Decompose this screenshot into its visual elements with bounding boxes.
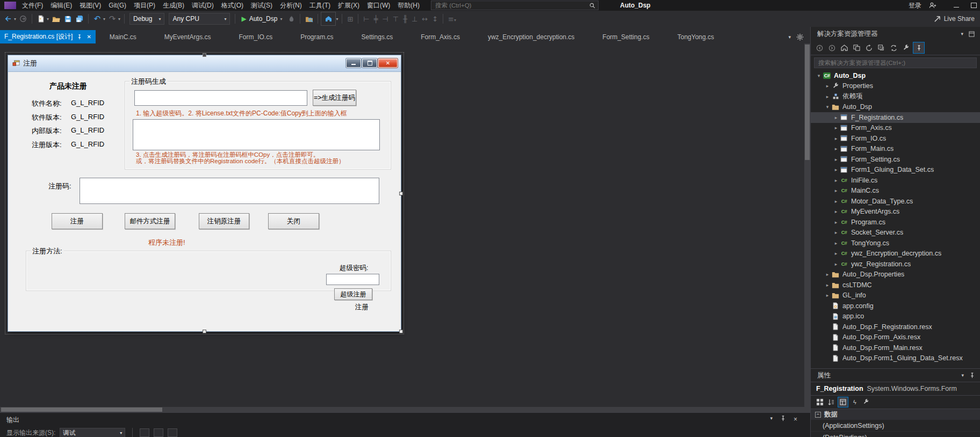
- tree-expander-icon[interactable]: ▸: [832, 241, 840, 246]
- se-preview-selected-icon[interactable]: [913, 42, 925, 54]
- output-options-dropdown[interactable]: ▾: [770, 416, 773, 423]
- toolbar-overflow-dropdown[interactable]: ▾: [336, 17, 338, 21]
- properties-view-icon[interactable]: [838, 397, 848, 407]
- tree-item-F_Registration.cs[interactable]: ▸F_Registration.cs: [811, 112, 980, 123]
- tab-Form_Axis.cs[interactable]: Form_Axis.cs: [407, 30, 474, 43]
- tree-item-GL_info[interactable]: ▸GL_info: [811, 290, 980, 301]
- resize-handle-bottom[interactable]: [203, 330, 206, 333]
- tab-Form_IO.cs[interactable]: Form_IO.cs: [225, 30, 286, 43]
- tree-item-Motor_Data_Type.cs[interactable]: ▸C#Motor_Data_Type.cs: [811, 196, 980, 207]
- resize-handle-right[interactable]: [399, 192, 403, 195]
- se-switch-views-icon[interactable]: [851, 42, 862, 53]
- wrap-output-icon[interactable]: [154, 428, 163, 437]
- solution-search[interactable]: [814, 57, 977, 68]
- output-close-icon[interactable]: ×: [794, 416, 797, 423]
- menu-item-11[interactable]: 扩展(X): [334, 0, 363, 11]
- menu-item-5[interactable]: 生成(B): [159, 0, 188, 11]
- menu-item-1[interactable]: 编辑(E): [47, 0, 76, 11]
- navigate-back-dropdown[interactable]: ▾: [14, 17, 16, 21]
- redo-button[interactable]: ↷: [106, 12, 118, 25]
- form-designer-surface[interactable]: 注册 ✕ 产品未注册 软件名称:G_L_RFID软件版本:G_L_RFID内部版…: [0, 43, 810, 412]
- menu-item-8[interactable]: 测试(S): [247, 0, 276, 11]
- se-properties-icon[interactable]: [900, 42, 911, 53]
- tree-expander-icon[interactable]: ▸: [832, 251, 840, 256]
- tree-item-Auto_Dsp.Form_Axis.resx[interactable]: Auto_Dsp.Form_Axis.resx: [811, 332, 980, 343]
- form-minimize-button[interactable]: [346, 59, 361, 68]
- tab-ywz_Encryption_decryption.cs[interactable]: ywz_Encryption_decryption.cs: [474, 30, 588, 43]
- tree-expander-icon[interactable]: ▸: [824, 282, 831, 288]
- se-refresh-icon[interactable]: [863, 42, 874, 53]
- navigate-back-button[interactable]: [2, 12, 14, 25]
- tree-item-TongYong.cs[interactable]: ▸C#TongYong.cs: [811, 238, 980, 249]
- form-maximize-button[interactable]: [362, 59, 377, 68]
- solution-platform-dropdown[interactable]: Any CPU▾: [169, 13, 230, 25]
- maximize-window-button[interactable]: [971, 3, 977, 8]
- solution-configuration-dropdown[interactable]: Debug▾: [129, 13, 164, 25]
- tree-expander-icon[interactable]: ▸: [832, 220, 840, 225]
- tree-item-csLTDMC[interactable]: ▸csLTDMC: [811, 280, 980, 290]
- tab-F_Registration.cs[interactable]: F_Registration.cs [设计]✕: [0, 30, 96, 43]
- tree-item-Form1_Gluing_Data_Set.cs[interactable]: ▸Form1_Gluing_Data_Set.cs: [811, 165, 980, 176]
- undo-button[interactable]: ↶: [91, 12, 103, 25]
- tree-expander-icon[interactable]: ▸: [832, 230, 840, 235]
- property-row-0[interactable]: (ApplicationSettings): [811, 420, 980, 432]
- tree-item-Form_Main.cs[interactable]: ▸Form_Main.cs: [811, 144, 980, 155]
- menu-item-3[interactable]: Git(G): [105, 1, 130, 10]
- tree-expander-icon[interactable]: ▸: [832, 125, 840, 130]
- tree-item-[interactable]: ▸依赖项: [811, 91, 980, 102]
- tree-item-app.ico[interactable]: app.ico: [811, 311, 980, 322]
- form-close-button[interactable]: ✕: [378, 59, 398, 68]
- designer-horizontal-scrollbar[interactable]: [0, 407, 804, 412]
- new-file-button[interactable]: [35, 12, 47, 25]
- designer-form-window[interactable]: 注册 ✕ 产品未注册 软件名称:G_L_RFID软件版本:G_L_RFID内部版…: [8, 55, 401, 332]
- tree-item-Properties[interactable]: ▸Properties: [811, 81, 980, 92]
- resize-handle-top[interactable]: [203, 53, 206, 57]
- tree-expander-icon[interactable]: ▸: [832, 157, 840, 162]
- undo-dropdown[interactable]: ▾: [103, 17, 105, 21]
- tab-Settings.cs[interactable]: Settings.cs: [348, 30, 407, 43]
- start-debugging-button[interactable]: ▶ Auto_Dsp ▾: [241, 15, 282, 23]
- quick-search[interactable]: [431, 1, 599, 10]
- output-settings-icon[interactable]: [168, 428, 177, 437]
- regcode-textarea[interactable]: [80, 178, 379, 204]
- menu-item-7[interactable]: 格式(O): [218, 0, 247, 11]
- tree-item-Form_Axis.cs[interactable]: ▸Form_Axis.cs: [811, 123, 980, 134]
- resize-handle-corner[interactable]: [399, 330, 403, 333]
- menu-item-13[interactable]: 帮助(H): [394, 0, 423, 11]
- tree-item-app.config[interactable]: app.config: [811, 301, 980, 311]
- pccode-input[interactable]: [134, 90, 307, 106]
- menu-item-4[interactable]: 项目(P): [130, 0, 159, 11]
- clear-output-icon[interactable]: [140, 428, 149, 437]
- solution-search-input[interactable]: [817, 59, 974, 67]
- tab-MyEventArgs.cs[interactable]: MyEventArgs.cs: [150, 30, 225, 43]
- dock-icon[interactable]: [969, 31, 975, 37]
- menu-item-0[interactable]: 文件(F): [18, 0, 47, 11]
- tree-expander-icon[interactable]: ▸: [824, 293, 831, 298]
- save-all-button[interactable]: [74, 12, 85, 25]
- tree-item-Auto_Dsp[interactable]: ▾C#Auto_Dsp: [811, 70, 980, 81]
- categorized-view-icon[interactable]: [815, 397, 825, 407]
- panel-options-dropdown[interactable]: ▾: [961, 31, 963, 37]
- alphabetical-view-icon[interactable]: [826, 397, 836, 407]
- tree-expander-icon[interactable]: ▸: [832, 188, 840, 193]
- form-titlebar[interactable]: 注册 ✕: [8, 55, 401, 72]
- generate-regcode-button[interactable]: =>生成注册码: [313, 90, 356, 106]
- tree-item-Socket_Server.cs[interactable]: ▸C#Socket_Server.cs: [811, 228, 980, 238]
- tab-Form_Setting.cs[interactable]: Form_Setting.cs: [588, 30, 663, 43]
- close-icon[interactable]: ✕: [87, 34, 91, 40]
- find-in-files-icon[interactable]: [303, 12, 315, 25]
- pin-icon[interactable]: [780, 416, 786, 421]
- tree-expander-icon[interactable]: ▸: [832, 209, 840, 214]
- add-account-icon[interactable]: [929, 2, 936, 9]
- tree-expander-icon[interactable]: ▸: [832, 136, 840, 141]
- menu-item-12[interactable]: 窗口(W): [363, 0, 394, 11]
- property-category-data[interactable]: − 数据: [811, 409, 980, 420]
- generated-code-textarea[interactable]: [133, 119, 380, 150]
- tree-expander-icon[interactable]: ▸: [832, 146, 840, 151]
- tree-expander-icon[interactable]: ▸: [832, 261, 840, 267]
- menu-item-9[interactable]: 分析(N): [276, 0, 306, 11]
- form-action-button-1[interactable]: 邮件方式注册: [125, 213, 175, 229]
- menu-item-2[interactable]: 视图(V): [76, 0, 105, 11]
- minimize-window-button[interactable]: [954, 4, 959, 8]
- sign-in-link[interactable]: 登录: [909, 1, 921, 10]
